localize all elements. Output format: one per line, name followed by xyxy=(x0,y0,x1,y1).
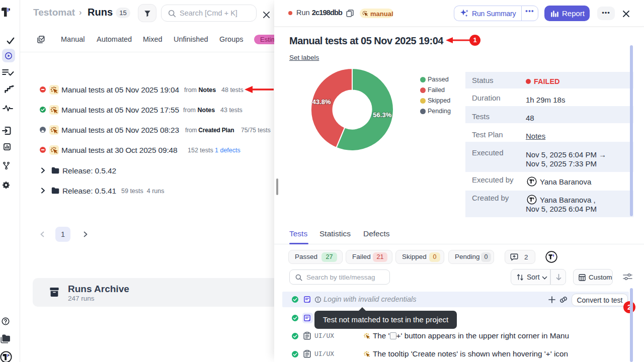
svg-text:56.3%: 56.3% xyxy=(373,111,391,119)
svg-text:43.8%: 43.8% xyxy=(312,98,331,106)
